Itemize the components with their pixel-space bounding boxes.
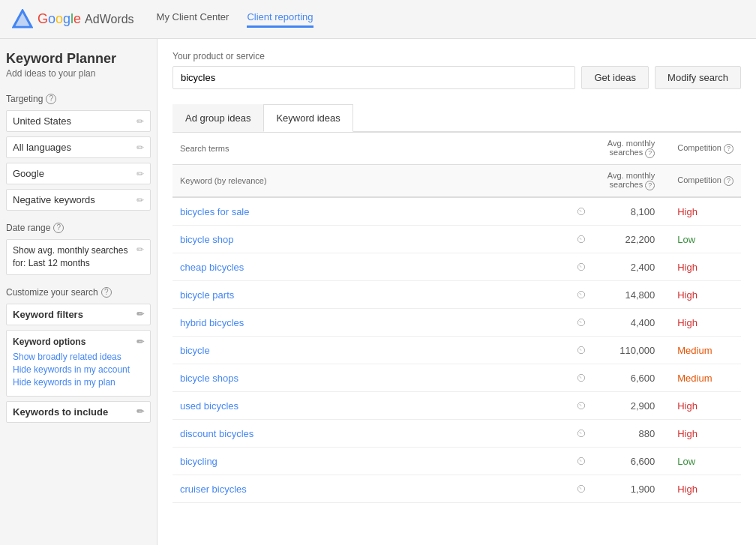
- keyword-cell[interactable]: used bicycles: [172, 392, 485, 420]
- competition-value: High: [677, 400, 698, 412]
- app-header: Google AdWords My Client Center Client r…: [0, 0, 756, 39]
- logo-text: Google AdWords: [38, 11, 134, 27]
- avg-monthly-cell: 1,900: [594, 475, 662, 503]
- chart-icon-cell[interactable]: ⏲: [485, 281, 594, 309]
- competition-value: Low: [677, 234, 695, 245]
- search-input[interactable]: [172, 66, 575, 89]
- keyword-cell[interactable]: cruiser bicycles: [172, 475, 485, 503]
- competition-value: High: [677, 289, 698, 301]
- competition-value: Medium: [677, 373, 712, 384]
- edit-negative-keywords-icon: ✏: [136, 195, 144, 205]
- keyword-cell[interactable]: bicycle shops: [172, 364, 485, 392]
- competition-value: High: [677, 262, 698, 273]
- competition-header: Competition ?: [662, 133, 741, 165]
- keyword-option-hide-plan[interactable]: Hide keywords in my plan: [13, 377, 144, 388]
- product-label: Your product or service: [172, 51, 741, 61]
- sidebar: Keyword Planner Add ideas to your plan T…: [0, 39, 158, 545]
- table-row: cheap bicycles ⏲ 2,400 High: [172, 253, 741, 281]
- competition-cell: High: [662, 392, 741, 420]
- keyword-cell[interactable]: bicycling: [172, 448, 485, 475]
- trend-chart-icon: ⏲: [576, 483, 586, 495]
- date-range-help-icon[interactable]: ?: [53, 223, 64, 233]
- competition-help-2[interactable]: ?: [724, 176, 734, 186]
- date-range-box[interactable]: Show avg. monthly searches for: Last 12 …: [6, 239, 151, 275]
- tab-ad-group-ideas[interactable]: Ad group ideas: [172, 104, 263, 132]
- chart-icon-cell[interactable]: ⏲: [485, 309, 594, 337]
- modify-search-button[interactable]: Modify search: [655, 66, 741, 89]
- competition-help[interactable]: ?: [724, 144, 734, 154]
- chart-icon-cell[interactable]: ⏲: [485, 448, 594, 475]
- keyword-cell[interactable]: bicycle shop: [172, 226, 485, 253]
- competition-cell: Medium: [662, 337, 741, 364]
- edit-keywords-include-icon: ✏: [136, 406, 144, 417]
- keyword-filters[interactable]: Keyword filters ✏: [6, 304, 151, 325]
- keyword-cell[interactable]: bicycles for sale: [172, 197, 485, 226]
- chart-icon-cell[interactable]: ⏲: [485, 392, 594, 420]
- keywords-to-include[interactable]: Keywords to include ✏: [6, 401, 151, 423]
- date-range-label: Date range ?: [6, 223, 151, 233]
- keyword-cell[interactable]: cheap bicycles: [172, 253, 485, 281]
- competition-cell: High: [662, 197, 741, 226]
- targeting-negative-keywords[interactable]: Negative keywords ✏: [6, 189, 151, 211]
- targeting-network[interactable]: Google ✏: [6, 163, 151, 184]
- chart-icon-cell[interactable]: ⏲: [485, 420, 594, 448]
- avg-monthly-help[interactable]: ?: [645, 148, 655, 158]
- edit-network-icon: ✏: [136, 169, 144, 179]
- keyword-cell[interactable]: bicycle: [172, 337, 485, 364]
- avg-monthly-cell: 14,800: [594, 281, 662, 309]
- chart-icon-cell[interactable]: ⏲: [485, 253, 594, 281]
- table-row: used bicycles ⏲ 2,900 High: [172, 392, 741, 420]
- competition-cell: High: [662, 281, 741, 309]
- chart-icon-cell[interactable]: ⏲: [485, 364, 594, 392]
- table-row: hybrid bicycles ⏲ 4,400 High: [172, 309, 741, 337]
- table-row: bicycle ⏲ 110,000 Medium: [172, 337, 741, 364]
- competition-header-2: Competition ?: [662, 165, 741, 198]
- targeting-country[interactable]: United States ✏: [6, 110, 151, 132]
- table-header-row-2: Keyword (by relevance) Avg. monthlysearc…: [172, 165, 741, 198]
- targeting-language[interactable]: All languages ✏: [6, 136, 151, 158]
- keyword-option-broadly[interactable]: Show broadly related ideas: [13, 352, 144, 362]
- competition-value: High: [677, 317, 698, 328]
- edit-language-icon: ✏: [136, 142, 144, 153]
- trend-chart-icon: ⏲: [576, 233, 586, 245]
- targeting-help-icon[interactable]: ?: [46, 94, 56, 104]
- trend-chart-icon: ⏲: [576, 289, 586, 301]
- chart-icon-cell[interactable]: ⏲: [485, 226, 594, 253]
- competition-cell: High: [662, 309, 741, 337]
- competition-cell: Medium: [662, 364, 741, 392]
- avg-monthly-help-2[interactable]: ?: [645, 181, 655, 190]
- get-ideas-button[interactable]: Get ideas: [581, 66, 649, 89]
- trend-chart-icon: ⏲: [576, 372, 586, 384]
- avg-monthly-cell: 6,600: [594, 364, 662, 392]
- table-row: bicycle parts ⏲ 14,800 High: [172, 281, 741, 309]
- chart-icon-cell[interactable]: ⏲: [485, 475, 594, 503]
- competition-cell: High: [662, 475, 741, 503]
- customize-help-icon[interactable]: ?: [101, 287, 112, 298]
- keyword-col-header: Keyword (by relevance): [172, 165, 485, 198]
- search-terms-header: Search terms: [172, 133, 485, 165]
- competition-cell: Low: [662, 226, 741, 253]
- keyword-option-hide-account[interactable]: Hide keywords in my account: [13, 364, 144, 375]
- nav-client-reporting[interactable]: Client reporting: [247, 11, 313, 28]
- keyword-cell[interactable]: discount bicycles: [172, 420, 485, 448]
- keyword-cell[interactable]: bicycle parts: [172, 281, 485, 309]
- main-nav: My Client Center Client reporting: [157, 11, 314, 28]
- avg-monthly-header: Avg. monthlysearches ?: [594, 133, 662, 165]
- tab-keyword-ideas[interactable]: Keyword ideas: [263, 104, 352, 132]
- table-row: bicycle shops ⏲ 6,600 Medium: [172, 364, 741, 392]
- competition-cell: High: [662, 253, 741, 281]
- chart-icon-cell[interactable]: ⏲: [485, 337, 594, 364]
- trend-chart-icon: ⏲: [576, 316, 586, 328]
- tabs-row: Ad group ideas Keyword ideas: [172, 104, 741, 132]
- main-layout: Keyword Planner Add ideas to your plan T…: [0, 39, 756, 545]
- keyword-options-title: Keyword options ✏: [13, 337, 144, 347]
- nav-my-client-center[interactable]: My Client Center: [157, 11, 230, 28]
- avg-monthly-cell: 2,900: [594, 392, 662, 420]
- competition-value: High: [677, 484, 698, 495]
- keyword-cell[interactable]: hybrid bicycles: [172, 309, 485, 337]
- logo: Google AdWords: [12, 9, 134, 30]
- chart-icon-cell[interactable]: ⏲: [485, 197, 594, 226]
- competition-cell: Low: [662, 448, 741, 475]
- results-tbody: bicycles for sale ⏲ 8,100 High bicycle s…: [172, 197, 741, 503]
- competition-value: Medium: [677, 345, 712, 356]
